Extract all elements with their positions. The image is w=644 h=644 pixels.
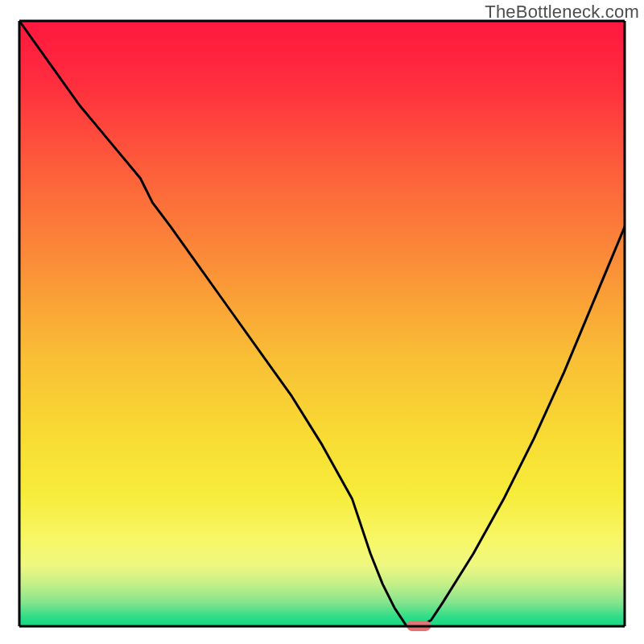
gradient-background [19, 21, 625, 626]
chart-wrapper: TheBottleneck.com [0, 0, 644, 644]
bottleneck-chart [0, 0, 644, 644]
